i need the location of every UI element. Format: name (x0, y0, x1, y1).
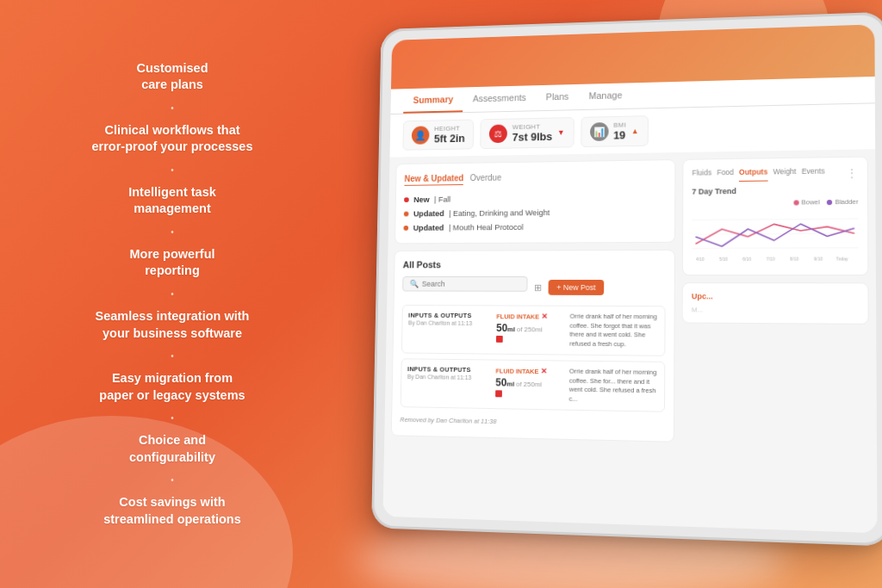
post-note-1: Orrie drank half of her morning coffee. … (569, 313, 658, 350)
tab-overdue[interactable]: Overdue (470, 171, 502, 185)
chart-tab-fluids[interactable]: Fluids (692, 168, 711, 182)
legend-dot-bladder (827, 200, 832, 205)
removed-note: Removed by Dan Charlton at 11:38 (400, 412, 665, 432)
bmi-trend-up: ▲ (631, 127, 639, 135)
stat-weight: ⚖ WEIGHT 7st 9lbs ▼ (481, 117, 575, 149)
post-by-1: By Dan Charlton at 11:13 (408, 319, 490, 325)
trend-chart: 4/10 5/10 6/10 7/10 8/10 9/10 Today (692, 209, 859, 263)
update-dot-updated1 (404, 211, 409, 216)
post-note-2: Orrie drank half of her morning coffee. … (569, 368, 659, 405)
legend-label-bladder: Bladder (835, 198, 858, 206)
chart-tabs: Fluids Food Outputs Weight Events ⋮ (692, 166, 858, 183)
chart-tab-weight[interactable]: Weight (773, 167, 796, 182)
tablet-device: Summary Assessments Plans Manage 👤 HEIGH… (322, 17, 882, 577)
upcoming-card: Upc... M... (682, 282, 869, 325)
svg-text:6/10: 6/10 (742, 256, 751, 262)
dot-4 (171, 287, 174, 301)
feature-5: Seamless integration with your business … (96, 301, 250, 349)
svg-text:5/10: 5/10 (719, 256, 728, 262)
search-bar: 🔍 (402, 276, 527, 292)
search-icon: 🔍 (410, 280, 419, 288)
svg-text:9/10: 9/10 (814, 256, 823, 262)
chart-tab-food[interactable]: Food (717, 168, 734, 182)
svg-line-0 (692, 219, 858, 220)
tablet-screen: Summary Assessments Plans Manage 👤 HEIGH… (383, 24, 878, 533)
chart-options-icon[interactable]: ⋮ (846, 166, 859, 181)
flag-icon-2 (495, 390, 502, 397)
legend-label-bowel: Bowel (801, 198, 819, 206)
posts-header: All Posts (403, 259, 666, 269)
bmi-value: 19 (613, 128, 626, 141)
flag-icon-1 (496, 336, 503, 343)
features-panel: Customised care plans Clinical workflows… (0, 0, 345, 588)
svg-text:8/10: 8/10 (790, 256, 798, 262)
filter-icon[interactable]: ⊞ (534, 282, 542, 293)
post-item-1: INPUTS & OUTPUTS By Dan Charlton at 11:1… (401, 305, 666, 356)
updates-card: New & Updated Overdue New | Fall Updated (394, 159, 675, 244)
svg-line-2 (692, 248, 859, 249)
update-dot-updated2 (404, 226, 409, 231)
dot-5 (171, 349, 174, 363)
chart-legend: Bowel Bladder (692, 198, 858, 207)
feature-3: Intelligent task management (128, 177, 216, 225)
svg-text:Today: Today (836, 256, 848, 262)
tablet-outer-frame: Summary Assessments Plans Manage 👤 HEIGH… (371, 12, 882, 547)
weight-icon: ⚖ (489, 124, 507, 143)
update-dot-new (404, 197, 409, 202)
dot-1 (171, 101, 174, 115)
app-left-column: New & Updated Overdue New | Fall Updated (389, 159, 675, 519)
dot-6 (171, 411, 174, 425)
chart-tab-outputs[interactable]: Outputs (739, 167, 767, 182)
height-value: 5ft 2in (434, 132, 465, 145)
upcoming-content: M... (692, 306, 859, 314)
app-interface: Summary Assessments Plans Manage 👤 HEIGH… (383, 24, 878, 533)
feature-1: Customised care plans (137, 53, 208, 101)
weight-trend-down: ▼ (557, 128, 565, 137)
tab-assessments[interactable]: Assessments (463, 85, 536, 112)
legend-bowel: Bowel (793, 198, 820, 206)
dot-3 (171, 225, 174, 239)
tab-new-updated[interactable]: New & Updated (404, 172, 463, 186)
updates-tabs: New & Updated Overdue (404, 169, 666, 186)
svg-text:7/10: 7/10 (767, 256, 775, 262)
post-by-2: By Dan Charlton at 11:13 (407, 374, 489, 381)
dot-7 (171, 473, 174, 487)
new-post-button[interactable]: + New Post (549, 280, 605, 295)
post-item-2: INPUTS & OUTPUTS By Dan Charlton at 11:1… (401, 358, 666, 412)
legend-dot-bowel (793, 200, 798, 205)
update-item-3: Updated | Mouth Heal Protocol (403, 219, 666, 235)
feature-7: Choice and configurability (129, 425, 215, 473)
legend-bladder: Bladder (827, 198, 859, 207)
stat-bmi: 📊 BMI 19 ▲ (581, 115, 649, 147)
feature-8: Cost savings with streamlined operations (103, 487, 241, 535)
all-posts-card: All Posts 🔍 ⊞ + New Post (391, 250, 675, 443)
tab-plans[interactable]: Plans (536, 84, 579, 110)
weight-value: 7st 9lbs (512, 130, 553, 143)
svg-text:4/10: 4/10 (696, 256, 705, 262)
post-type-2: INPUTS & OUTPUTS (407, 365, 489, 374)
chart-card: Fluids Food Outputs Weight Events ⋮ 7 Da… (682, 157, 869, 275)
post-type-1: INPUTS & OUTPUTS (408, 312, 490, 319)
bmi-label: BMI (613, 121, 626, 129)
upcoming-title: Upc... (692, 292, 859, 301)
search-input[interactable] (422, 280, 520, 288)
feature-2: Clinical workflows that error-proof your… (92, 115, 253, 163)
posts-title: All Posts (403, 260, 441, 270)
app-right-column: Fluids Food Outputs Weight Events ⋮ 7 Da… (681, 157, 870, 526)
dot-2 (171, 163, 174, 177)
chart-tab-events[interactable]: Events (802, 166, 825, 181)
height-icon: 👤 (412, 126, 430, 144)
feature-4: More powerful reporting (129, 239, 214, 287)
stat-height: 👤 HEIGHT 5ft 2in (402, 120, 474, 151)
chart-title: 7 Day Trend (692, 185, 858, 195)
bmi-icon: 📊 (590, 122, 609, 141)
tab-manage[interactable]: Manage (579, 83, 632, 109)
tab-summary[interactable]: Summary (403, 87, 463, 113)
app-main-content: New & Updated Overdue New | Fall Updated (383, 149, 878, 533)
feature-6: Easy migration from paper or legacy syst… (99, 363, 245, 411)
